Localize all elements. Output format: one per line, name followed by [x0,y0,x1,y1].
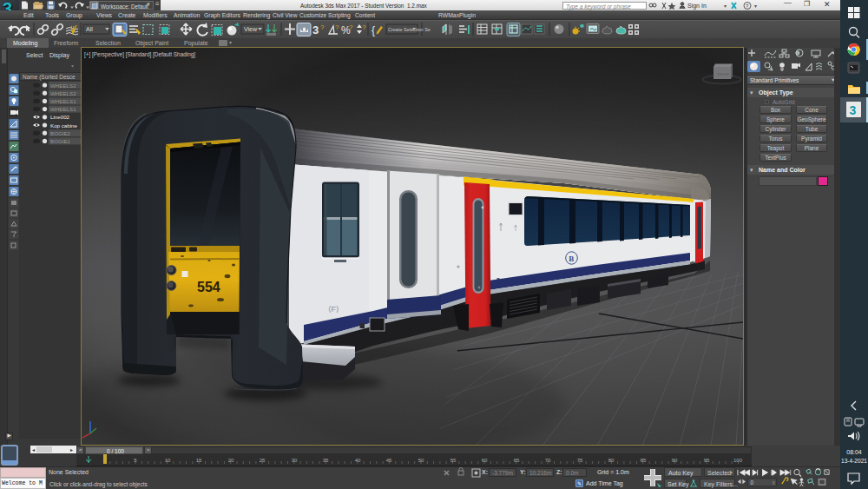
svg-text:3: 3 [850,103,857,117]
svg-text:40: 40 [355,458,361,463]
svg-text:⟨F⟩: ⟨F⟩ [328,305,339,314]
svg-text:Create Selection Se: Create Selection Se [388,27,431,32]
svg-text:View: View [244,26,258,32]
svg-text:30: 30 [292,458,298,463]
svg-text:▾: ▾ [754,3,757,9]
svg-text:?: ? [320,23,325,31]
svg-text:[+] [Perspective] [Standard] [: [+] [Perspective] [Standard] [Default Sh… [84,51,195,58]
svg-text:B: B [569,254,574,263]
svg-text:25: 25 [260,458,266,463]
svg-text:FRONT: FRONT [718,72,730,76]
svg-text:13-4-2021: 13-4-2021 [841,458,867,464]
svg-text:?: ? [362,23,366,31]
svg-text:?: ? [335,23,339,31]
svg-text:85: 85 [641,458,647,463]
svg-text:90: 90 [672,458,678,463]
svg-text:BOGIE2: BOGIE2 [50,130,71,136]
svg-text:▾: ▾ [724,3,727,9]
svg-text:10: 10 [165,458,171,463]
svg-text:55: 55 [450,458,457,463]
svg-text:95: 95 [704,458,710,463]
svg-text:WHEELS1: WHEELS1 [50,98,76,104]
svg-text:WHEELS2: WHEELS2 [50,90,76,96]
svg-text:BOGIE1: BOGIE1 [50,138,71,144]
svg-text:All: All [86,26,93,32]
svg-text:Line002: Line002 [50,114,70,120]
svg-text:?: ? [746,3,749,9]
svg-text:60: 60 [482,458,488,463]
svg-text:100: 100 [733,458,743,463]
svg-text:0: 0 [750,479,753,486]
svg-text:5: 5 [134,458,137,463]
svg-text:20: 20 [228,458,234,463]
svg-text:08:04: 08:04 [846,449,862,455]
svg-text:554: 554 [197,280,220,294]
svg-text:3: 3 [312,23,319,36]
svg-text:35: 35 [323,458,329,463]
svg-text:65: 65 [514,458,520,463]
svg-text:Sign In: Sign In [687,3,707,10]
svg-text:WHEELS2: WHEELS2 [50,83,76,89]
svg-text:50: 50 [418,458,424,463]
svg-text:{: { [372,24,375,36]
svg-text:Kop cabine: Kop cabine [50,122,78,129]
svg-text:70: 70 [545,458,551,463]
svg-text:WHEELS1: WHEELS1 [50,106,76,112]
svg-text:80: 80 [608,458,615,463]
svg-text:⇕: ⇕ [772,480,776,486]
svg-text:15: 15 [196,458,202,463]
svg-text:?: ? [349,23,353,31]
svg-text:45: 45 [386,458,392,463]
svg-text:75: 75 [577,458,583,463]
